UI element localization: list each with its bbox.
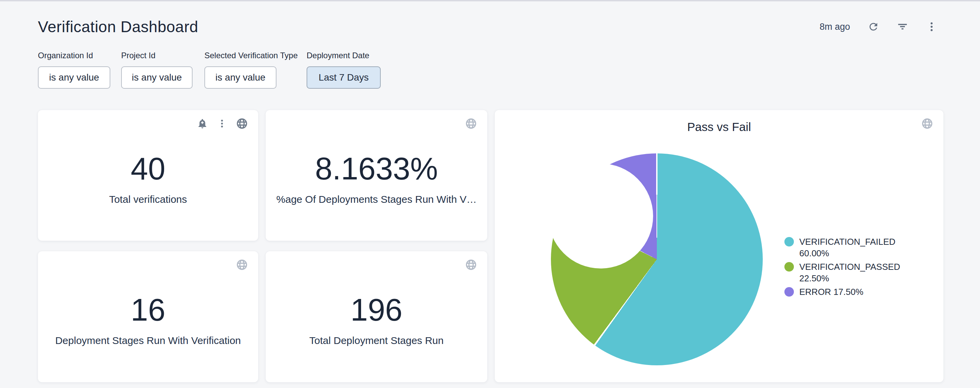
tile-percent-stages-with-verification: 8.1633% %age Of Deployments Stages Run W…: [266, 110, 487, 241]
filter-project-id: Project Id is any value: [121, 51, 192, 89]
filter-selected-verification-type: Selected Verification Type is any value: [204, 51, 298, 89]
filter-label: Deployment Date: [307, 51, 381, 60]
legend-label: ERROR 17.50%: [799, 286, 863, 298]
tile-label: Total Deployment Stages Run: [266, 335, 487, 347]
globe-icon[interactable]: [236, 118, 248, 130]
tile-value: 8.1633%: [266, 150, 487, 187]
page-title: Verification Dashboard: [38, 18, 198, 36]
filter-value-button[interactable]: Last 7 Days: [307, 66, 381, 89]
donut-hole: [548, 163, 653, 268]
filter-icon[interactable]: [897, 21, 908, 32]
globe-icon[interactable]: [236, 259, 248, 271]
dashboard-header-actions: 8m ago: [819, 21, 937, 32]
filter-label: Selected Verification Type: [204, 51, 298, 60]
globe-icon[interactable]: [465, 259, 477, 271]
globe-icon[interactable]: [465, 118, 477, 130]
legend-label: VERIFICATION_FAILED 60.00%: [799, 236, 914, 259]
legend-item[interactable]: VERIFICATION_PASSED 22.50%: [784, 261, 930, 284]
tile-stages-run-with-verification: 16 Deployment Stages Run With Verificati…: [38, 251, 258, 382]
legend-item[interactable]: VERIFICATION_FAILED 60.00%: [784, 236, 930, 259]
tile-value: 196: [266, 291, 487, 329]
filter-value-button[interactable]: is any value: [38, 66, 110, 89]
legend-item[interactable]: ERROR 17.50%: [784, 286, 930, 298]
globe-icon[interactable]: [921, 118, 933, 130]
add-alert-bell-icon[interactable]: [197, 118, 208, 129]
tile-total-stages-run: 196 Total Deployment Stages Run: [266, 251, 487, 382]
refresh-icon[interactable]: [868, 21, 879, 32]
last-refresh-timestamp: 8m ago: [819, 22, 850, 32]
tile-label: %age Of Deployments Stages Run With V…: [266, 193, 487, 206]
tile-label: Deployment Stages Run With Verification: [38, 335, 258, 347]
tile-value: 16: [38, 291, 258, 329]
chart-title: Pass vs Fail: [495, 120, 943, 134]
tile-total-verifications: 40 Total verifications: [38, 110, 258, 241]
legend-label: VERIFICATION_PASSED 22.50%: [799, 261, 914, 284]
legend-dot: [784, 237, 794, 246]
legend-dot: [784, 262, 794, 271]
filter-deployment-date: Deployment Date Last 7 Days: [307, 51, 381, 89]
legend-dot: [784, 287, 794, 297]
filter-value-button[interactable]: is any value: [204, 66, 277, 89]
filter-value-button[interactable]: is any value: [121, 66, 192, 89]
more-vert-icon[interactable]: [926, 21, 937, 32]
tile-more-vert-icon[interactable]: [217, 118, 227, 129]
tile-label: Total verifications: [38, 193, 258, 206]
filter-label: Organization Id: [38, 51, 110, 60]
filter-label: Project Id: [121, 51, 192, 60]
pass-vs-fail-chart-card: Pass vs Fail VERIFICATION_FAILED 60.00%V…: [495, 110, 943, 382]
chart-legend: VERIFICATION_FAILED 60.00%VERIFICATION_P…: [784, 236, 930, 298]
filter-organization-id: Organization Id is any value: [38, 51, 110, 89]
top-border-strip: [0, 0, 980, 2]
tile-value: 40: [38, 150, 258, 187]
